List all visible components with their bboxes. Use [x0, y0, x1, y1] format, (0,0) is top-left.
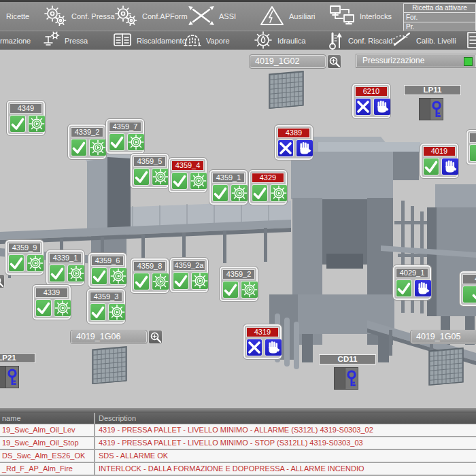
status-ok-button[interactable] [133, 168, 150, 186]
zoom-button-4019_1G06[interactable] [148, 330, 163, 344]
warning-triangle-icon [260, 5, 284, 28]
manual-mode-button[interactable] [296, 139, 313, 157]
alarm-row[interactable]: _Rd_F_AP_Alm_FireINTERLOCK - DALLA FORMA… [0, 463, 476, 476]
status-ok-button[interactable] [462, 286, 476, 303]
calibration-pen-icon [391, 32, 411, 50]
toolbar-item-vapore[interactable]: Vapore [184, 31, 230, 50]
toolbar-item-riscaldamento[interactable]: Riscaldamento [113, 31, 186, 50]
alarm-row[interactable]: 19_Swc_Alm_Oil_Lev4319 - PRESSA PALLET -… [0, 424, 476, 437]
status-ok-button[interactable] [35, 299, 52, 317]
status-ok-button[interactable] [90, 303, 106, 321]
auto-mode-button[interactable] [241, 281, 258, 299]
status-ok-button[interactable] [8, 254, 24, 272]
key-icon [6, 367, 18, 388]
status-ok-button[interactable] [49, 265, 65, 282]
zoom-button-4019_1G02[interactable] [327, 54, 341, 69]
manual-mode-button[interactable] [441, 158, 459, 175]
auto-mode-button[interactable] [28, 115, 46, 133]
status-tag-4389: 4389 [275, 125, 313, 160]
manual-mode-button[interactable] [265, 339, 282, 356]
recipe-pr-field[interactable]: Pr. [404, 22, 475, 31]
auto-mode-button[interactable] [89, 139, 107, 156]
alarm-row[interactable]: 19_Swc_Alm_Oil_Stop4319 - PRESSA PALLET … [0, 437, 476, 450]
key-switch-LP21[interactable] [0, 366, 19, 388]
status-ok-button[interactable] [212, 184, 228, 202]
toolbar-item-calib-livelli[interactable]: Calib. Livelli [391, 31, 456, 50]
toolbar-item-interlocks[interactable]: Interlocks [329, 2, 392, 31]
status-ok-button[interactable] [469, 144, 476, 162]
zone-label-4019_1G06: 4019_1G06 [71, 330, 147, 343]
status-ok-button[interactable] [71, 139, 87, 156]
key-icon [345, 368, 358, 389]
disable-button[interactable] [277, 139, 294, 157]
toolbar-item-formazione[interactable]: rmazione [0, 31, 31, 50]
plant-3d-scene: Pressurizzazione 4019_1G024019_1G064019_… [0, 50, 476, 408]
status-ok-button[interactable] [173, 272, 189, 290]
auto-mode-button[interactable] [190, 172, 207, 190]
toolbar-item-label: Vapore [206, 37, 230, 45]
auto-mode-button[interactable] [152, 273, 169, 290]
status-ok-button[interactable] [91, 267, 107, 285]
tag-buttons [469, 144, 476, 162]
auto-mode-button[interactable] [127, 133, 145, 151]
alarm-table-header: name Description [0, 413, 476, 424]
status-tag-6210: 6210 [352, 84, 390, 118]
toolbar-item-ausiliari[interactable]: Ausiliari [260, 2, 316, 31]
auto-mode-button[interactable] [109, 267, 127, 285]
machine-3d-render [0, 50, 476, 408]
disable-button[interactable] [355, 98, 371, 116]
auto-mode-button[interactable] [108, 303, 126, 321]
status-ok-button[interactable] [252, 184, 268, 202]
pallet-rack [90, 346, 130, 388]
tag-buttons [171, 172, 204, 190]
status-ok-button[interactable] [109, 133, 125, 151]
toolbar-item-conf-riscald[interactable]: Conf. Riscald. [327, 31, 394, 50]
recipe-field-label: Pr. [404, 23, 414, 31]
status-tag-4019: 4019 [420, 143, 458, 178]
toolbar-item-partial[interactable] [467, 31, 476, 50]
key-switch-LP11[interactable] [419, 98, 443, 120]
alarm-column-description: Description [95, 413, 476, 424]
status-ok-button[interactable] [396, 279, 412, 297]
tag-label: 4359_9 [8, 243, 41, 253]
auto-mode-button[interactable] [231, 184, 248, 202]
auto-mode-button[interactable] [54, 299, 71, 317]
auto-mode-button[interactable] [67, 265, 85, 282]
pressurization-indicator [464, 57, 473, 66]
tag-label [469, 133, 476, 143]
recipe-for-field[interactable]: For. [404, 12, 475, 22]
auto-mode-button[interactable] [152, 168, 169, 186]
manual-mode-button[interactable] [373, 98, 391, 116]
toolbar-item-pressa[interactable]: Pressa [42, 31, 88, 50]
status-tag-partial [466, 130, 476, 165]
tag-label: 4339_2 [71, 127, 103, 137]
tag-buttons [133, 273, 166, 290]
key-switch-CD11[interactable] [334, 367, 358, 390]
status-ok-button[interactable] [133, 273, 150, 290]
pressurization-status-bar: Pressurizzazione [356, 54, 476, 67]
toolbar-item-label: Calib. Livelli [416, 37, 456, 45]
tag-label: 4389 [277, 128, 310, 138]
auto-mode-button[interactable] [191, 272, 209, 290]
status-ok-button[interactable] [222, 281, 239, 299]
status-tag-4359_5: 4359_5 [131, 154, 169, 188]
disable-button[interactable] [246, 339, 262, 356]
status-tag-4359_9: 4359_9 [5, 240, 44, 275]
toolbar-item-assi[interactable]: ASSI [188, 2, 236, 31]
zoom-button-partial[interactable] [0, 274, 5, 288]
status-ok-button[interactable] [423, 158, 439, 175]
auto-mode-button[interactable] [270, 184, 288, 202]
toolbar-item-conf-pressa[interactable]: Conf. Pressa [44, 2, 115, 31]
status-tag-4349: 4349 [7, 101, 45, 135]
toolbar-item-label: Conf. Pressa [71, 12, 115, 20]
heating-book-icon [113, 31, 132, 50]
gears-icon [114, 5, 137, 27]
toolbar-item-idraulica[interactable]: Idraulica [254, 31, 306, 50]
status-ok-button[interactable] [171, 172, 188, 190]
manual-mode-button[interactable] [414, 279, 432, 297]
auto-mode-button[interactable] [27, 254, 44, 272]
toolbar-item-ricette[interactable]: Ricette [0, 2, 29, 31]
status-ok-button[interactable] [10, 115, 26, 133]
alarm-row[interactable]: DS_Swc_Alm_ES26_OKSDS - ALLARME OK [0, 450, 476, 463]
toolbar-item-conf-apform[interactable]: Conf.APForm [114, 2, 188, 31]
